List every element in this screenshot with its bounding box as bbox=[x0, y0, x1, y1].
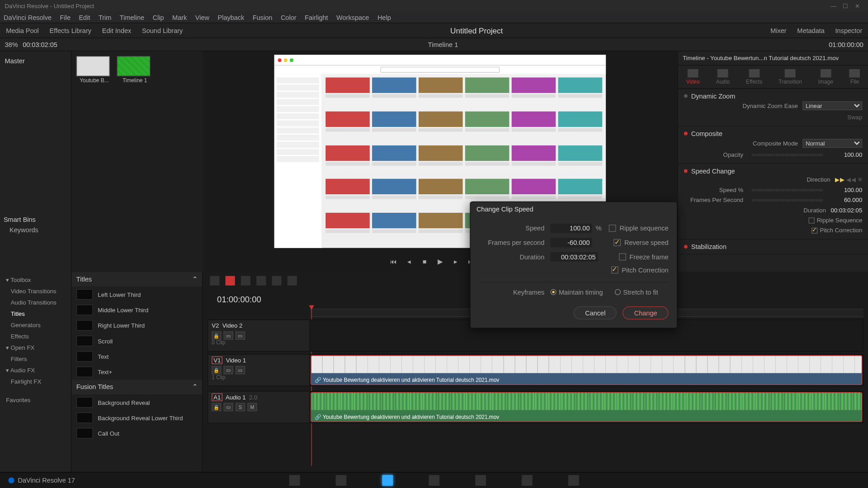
freeze-frame-checkbox[interactable] bbox=[619, 253, 626, 261]
timeline-timecode[interactable]: 01:00:00:00 bbox=[217, 295, 261, 304]
opacity-value[interactable]: 100.00 bbox=[826, 151, 862, 158]
keywords-bin[interactable]: Keywords bbox=[4, 226, 68, 234]
minimize-button[interactable]: — bbox=[828, 3, 840, 9]
duration-value[interactable]: 00:03:02:05 bbox=[831, 207, 863, 214]
fps-value[interactable]: 60.000 bbox=[826, 197, 862, 203]
menu-item[interactable]: Trim bbox=[99, 14, 111, 21]
direction-forward-icon[interactable]: ▶▶ bbox=[835, 176, 844, 183]
pitch-correction-checkbox[interactable] bbox=[611, 267, 618, 274]
cut-page-button[interactable] bbox=[336, 475, 347, 486]
fps-input[interactable]: -60.000 bbox=[550, 238, 592, 247]
ripple-sequence-checkbox[interactable] bbox=[808, 217, 814, 223]
lock-icon[interactable]: 🔒 bbox=[212, 331, 221, 339]
color-page-button[interactable] bbox=[475, 475, 486, 486]
title-preset[interactable]: Background Reveal bbox=[71, 394, 202, 410]
metadata-toggle[interactable]: Metadata bbox=[797, 27, 825, 34]
prev-frame-button[interactable]: ◂ bbox=[405, 258, 413, 266]
title-preset[interactable]: Background Reveal Lower Third bbox=[71, 410, 202, 425]
speed-input[interactable]: 100.00 bbox=[550, 224, 592, 233]
fx-item[interactable]: Effects bbox=[0, 331, 71, 342]
section-composite[interactable]: Composite bbox=[691, 130, 722, 137]
audio-clip[interactable]: 🔗 Youtube Bewertung deaktivieren und akt… bbox=[311, 393, 862, 421]
title-preset[interactable]: Left Lower Third bbox=[71, 286, 202, 302]
ripple-sequence-checkbox[interactable] bbox=[609, 225, 616, 232]
menu-item[interactable]: Fairlight bbox=[305, 14, 328, 21]
menu-item[interactable]: Playback bbox=[217, 14, 244, 21]
lock-icon[interactable]: 🔒 bbox=[212, 403, 221, 411]
inspector-tab-transition[interactable]: Transition bbox=[778, 69, 802, 84]
media-pool-toggle[interactable]: Media Pool bbox=[6, 27, 39, 34]
close-button[interactable]: ✕ bbox=[852, 3, 863, 9]
cancel-button[interactable]: Cancel bbox=[574, 306, 617, 319]
timeline-name[interactable]: Timeline 1 bbox=[428, 41, 458, 48]
replace-tool-icon[interactable] bbox=[288, 276, 297, 286]
media-clip[interactable]: Timeline 1 bbox=[117, 56, 153, 267]
auto-select-icon[interactable]: ▭ bbox=[224, 366, 233, 374]
sound-library-toggle[interactable]: Sound Library bbox=[142, 27, 183, 34]
inspector-toggle[interactable]: Inspector bbox=[835, 27, 863, 34]
title-preset[interactable]: Right Lower Third bbox=[71, 318, 202, 333]
inspector-tab-file[interactable]: File bbox=[849, 69, 860, 84]
section-speed-change[interactable]: Speed Change bbox=[691, 168, 735, 175]
section-stabilization[interactable]: Stabilization bbox=[691, 243, 726, 250]
media-clip[interactable]: Youtube B... bbox=[76, 56, 112, 267]
selection-tool-icon[interactable] bbox=[210, 276, 219, 286]
favorites-header[interactable]: Favorites bbox=[0, 394, 71, 406]
track-header-a1[interactable]: A1 Audio 1 2.0 🔒▭SM bbox=[208, 391, 310, 423]
auto-select-icon[interactable]: ▭ bbox=[224, 403, 233, 411]
arrow-tool-icon[interactable] bbox=[226, 276, 235, 286]
media-page-button[interactable] bbox=[289, 475, 300, 486]
title-preset[interactable]: Call Out bbox=[71, 426, 202, 441]
fx-item[interactable]: Generators bbox=[0, 319, 71, 331]
fps-slider[interactable] bbox=[752, 199, 823, 201]
solo-button[interactable]: S bbox=[236, 403, 245, 411]
fx-item[interactable]: Filters bbox=[0, 353, 71, 365]
fx-item[interactable]: Fairlight FX bbox=[0, 376, 71, 387]
track-header-v2[interactable]: V2 Video 2 🔒▭▭ 0 Clip bbox=[208, 319, 310, 352]
toolbox-header[interactable]: ▾ Toolbox bbox=[0, 274, 71, 286]
menu-item[interactable]: Workspace bbox=[336, 14, 369, 21]
title-preset[interactable]: Text bbox=[71, 349, 202, 364]
edit-index-toggle[interactable]: Edit Index bbox=[102, 27, 132, 34]
inspector-tab-image[interactable]: Image bbox=[818, 69, 833, 84]
track-header-v1[interactable]: V1 Video 1 🔒▭▭ 1 Clip bbox=[208, 354, 310, 386]
composite-mode-select[interactable]: Normal bbox=[802, 139, 862, 148]
edit-page-button[interactable] bbox=[382, 475, 393, 486]
thumbnails-icon[interactable]: ▭ bbox=[236, 331, 245, 339]
collapse-icon[interactable]: ⌃ bbox=[192, 383, 198, 391]
fx-item[interactable]: Video Transitions bbox=[0, 286, 71, 297]
title-preset[interactable]: Middle Lower Third bbox=[71, 302, 202, 318]
next-frame-button[interactable]: ▸ bbox=[451, 258, 459, 266]
menu-item[interactable]: Color bbox=[281, 14, 297, 21]
section-dynamic-zoom[interactable]: Dynamic Zoom bbox=[691, 92, 736, 99]
lock-icon[interactable]: 🔒 bbox=[212, 366, 221, 374]
stretch-to-fit-radio[interactable] bbox=[615, 289, 621, 295]
video-clip[interactable]: 🔗 Youtube Bewertung deaktivieren und akt… bbox=[311, 356, 862, 384]
first-frame-button[interactable]: ⏮ bbox=[389, 258, 397, 266]
direction-reverse-icon[interactable]: ◀◀ bbox=[846, 176, 856, 183]
stop-button[interactable]: ■ bbox=[420, 258, 429, 266]
inspector-tab-audio[interactable]: Audio bbox=[716, 69, 730, 84]
direction-freeze-icon[interactable]: ❄ bbox=[858, 176, 863, 183]
thumbnails-icon[interactable]: ▭ bbox=[236, 366, 245, 374]
fusion-titles-group[interactable]: Fusion Titles bbox=[76, 383, 113, 391]
effects-library-toggle[interactable]: Effects Library bbox=[50, 27, 91, 34]
master-bin[interactable]: Master bbox=[4, 55, 67, 66]
menu-item[interactable]: Mark bbox=[172, 14, 187, 21]
menu-item[interactable]: Fusion bbox=[253, 14, 273, 21]
speed-value[interactable]: 100.00 bbox=[826, 187, 862, 193]
menu-item[interactable]: Timeline bbox=[120, 14, 144, 21]
menu-item[interactable]: Help bbox=[377, 14, 391, 21]
maximize-button[interactable]: ☐ bbox=[840, 3, 851, 9]
overwrite-tool-icon[interactable] bbox=[272, 276, 281, 286]
titles-group[interactable]: Titles bbox=[76, 275, 92, 283]
insert-tool-icon[interactable] bbox=[256, 276, 266, 286]
menu-item[interactable]: Edit bbox=[79, 14, 90, 21]
play-button[interactable]: ▶ bbox=[436, 258, 444, 266]
speed-slider[interactable] bbox=[752, 188, 823, 191]
fx-item-titles[interactable]: Titles bbox=[0, 308, 71, 319]
fusion-page-button[interactable] bbox=[429, 475, 439, 486]
auto-select-icon[interactable]: ▭ bbox=[224, 331, 233, 339]
dynamic-zoom-ease-select[interactable]: Linear bbox=[802, 101, 862, 110]
fx-item[interactable]: Audio Transitions bbox=[0, 297, 71, 308]
